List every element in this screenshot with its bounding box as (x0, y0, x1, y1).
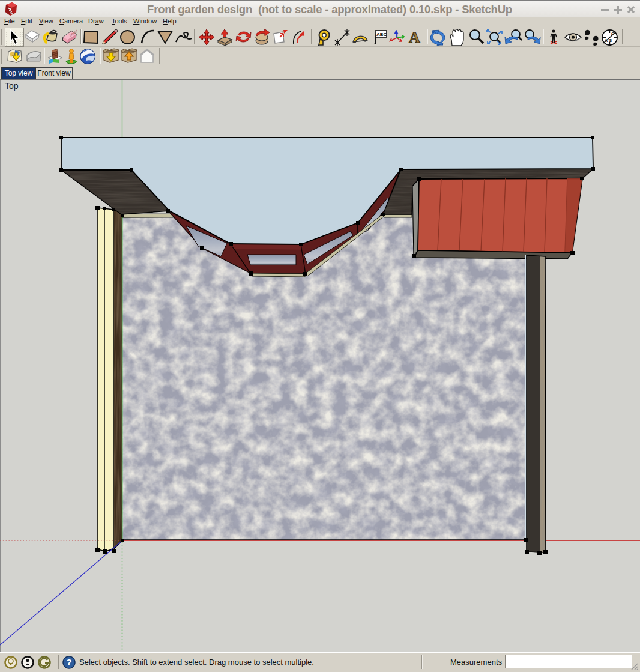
svg-text:C: C (611, 32, 614, 36)
svg-text:?: ? (66, 657, 71, 667)
svg-text:A: A (409, 29, 420, 46)
svg-text:Top: Top (5, 81, 19, 91)
svg-text:A-S: A-S (605, 38, 612, 43)
svg-text:ABC: ABC (376, 32, 387, 37)
